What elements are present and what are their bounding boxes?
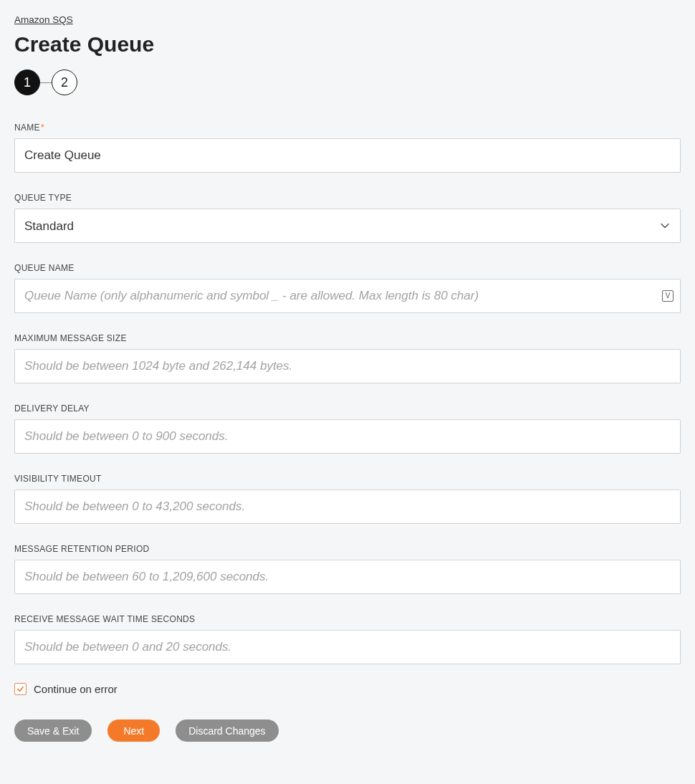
delivery-delay-label: DELIVERY DELAY: [14, 403, 681, 413]
retention-input[interactable]: [14, 560, 681, 594]
name-label-text: NAME: [14, 123, 40, 133]
delivery-delay-input[interactable]: [14, 419, 681, 454]
wait-time-input[interactable]: [14, 630, 681, 664]
breadcrumb-link[interactable]: Amazon SQS: [14, 14, 73, 25]
action-bar: Save & Exit Next Discard Changes: [14, 720, 681, 742]
required-star: *: [41, 123, 44, 133]
field-queue-name: QUEUE NAME V: [14, 263, 681, 313]
name-label: NAME*: [14, 123, 681, 133]
page-title: Create Queue: [14, 32, 681, 57]
queue-type-select[interactable]: Standard: [14, 209, 681, 243]
max-msg-size-input[interactable]: [14, 349, 681, 383]
field-delivery-delay: DELIVERY DELAY: [14, 403, 681, 454]
continue-on-error-checkbox[interactable]: [14, 683, 27, 695]
queue-name-label: QUEUE NAME: [14, 263, 681, 273]
step-1[interactable]: 1: [14, 70, 40, 95]
continue-on-error-row: Continue on error: [14, 683, 681, 695]
step-2[interactable]: 2: [52, 70, 77, 95]
queue-type-label: QUEUE TYPE: [14, 193, 681, 203]
step-connector: [40, 82, 52, 83]
field-visibility-timeout: VISIBILITY TIMEOUT: [14, 474, 681, 524]
name-input[interactable]: [14, 138, 681, 173]
queue-name-input[interactable]: [14, 279, 681, 313]
stepper: 1 2: [14, 70, 681, 95]
field-wait-time: RECEIVE MESSAGE WAIT TIME SECONDS: [14, 614, 681, 664]
max-msg-size-label: MAXIMUM MESSAGE SIZE: [14, 333, 681, 343]
field-max-msg-size: MAXIMUM MESSAGE SIZE: [14, 333, 681, 383]
discard-button[interactable]: Discard Changes: [176, 720, 278, 742]
continue-on-error-label: Continue on error: [34, 683, 118, 695]
validation-badge-icon: V: [662, 290, 674, 302]
wait-time-label: RECEIVE MESSAGE WAIT TIME SECONDS: [14, 614, 681, 624]
next-button[interactable]: Next: [107, 720, 160, 742]
field-name: NAME*: [14, 123, 681, 173]
field-queue-type: QUEUE TYPE Standard: [14, 193, 681, 243]
field-retention: MESSAGE RETENTION PERIOD: [14, 544, 681, 594]
retention-label: MESSAGE RETENTION PERIOD: [14, 544, 681, 554]
save-exit-button[interactable]: Save & Exit: [14, 720, 92, 742]
visibility-timeout-input[interactable]: [14, 489, 681, 524]
visibility-timeout-label: VISIBILITY TIMEOUT: [14, 474, 681, 484]
